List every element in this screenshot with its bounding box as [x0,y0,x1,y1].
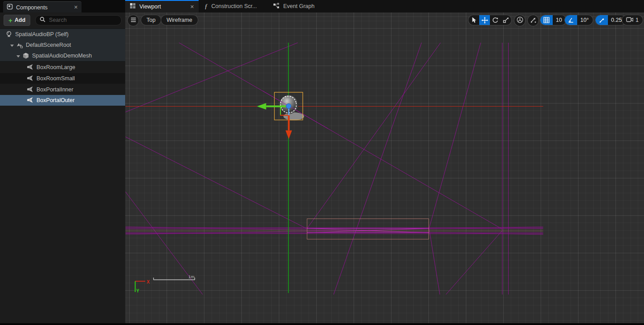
viewport-options-menu-button[interactable] [127,15,139,26]
hamburger-icon [130,17,136,24]
viewport-icon [130,3,136,11]
tab-event-graph[interactable]: Event Graph [270,0,317,12]
tree-row-defaultsceneroot[interactable]: DefaultSceneRoot [0,40,125,50]
components-panel: Components ✕ + Add SpatialAudioBP (Self) [0,0,126,325]
axis-indicator: X Y [135,280,150,293]
tab-components[interactable]: Components ✕ [3,1,82,13]
tree-row-label: BoxPortalInner [37,86,73,93]
camera-icon [626,17,633,24]
tree-row-label: BoxRoomLarge [37,64,75,70]
event-graph-icon [273,3,280,10]
scale-snap-icon[interactable] [595,15,608,25]
axis-x-label: X [147,280,150,284]
tree-row-label: BoxPortalOuter [37,97,74,103]
tab-viewport[interactable]: Viewport ✕ [125,0,199,12]
tree-row-boxroomsmall[interactable]: BoxRoomSmall [0,73,125,84]
tree-row-boxroomlarge[interactable]: BoxRoomLarge [0,62,125,73]
rotation-snap-value[interactable]: 10° [577,17,593,23]
scale-tool-button[interactable] [501,15,511,25]
tree-row-boxportalouter[interactable]: BoxPortalOuter [0,95,125,106]
gizmo-center-handle[interactable] [286,103,291,108]
grid-snap-icon[interactable] [540,15,553,25]
chevron-down-icon[interactable] [10,43,14,47]
add-button-label: Add [15,17,25,23]
tree-row-spatialaudiobp[interactable]: SpatialAudioBP (Self) [0,29,125,40]
camera-speed-control[interactable]: 1 [622,15,643,25]
world-gizmo-icon [517,16,523,25]
components-panel-icon [7,4,13,12]
viewport-scene: 1m X Y [125,12,644,324]
chevron-down-icon[interactable] [16,53,20,58]
tree-row-boxportalinner[interactable]: BoxPortalInner [0,84,125,95]
audio-box-icon [27,75,34,82]
tree-row-label: SpatialAudioDemoMesh [32,53,92,59]
root-component-block: SpatialAudioBP (Self) DefaultSceneRoot S [0,29,125,62]
view-mode-button[interactable]: Top [141,15,161,25]
view-mode-label: Top [147,17,155,23]
tab-construction-script[interactable]: ƒ Construction Scr... [202,0,260,12]
plus-icon: + [8,17,12,24]
transform-tool-group [468,15,512,25]
close-icon[interactable]: ✕ [74,5,78,10]
search-icon [40,16,45,24]
render-mode-button[interactable]: Wireframe [161,15,198,25]
components-toolbar: + Add [0,12,125,28]
audio-box-icon [27,86,34,93]
tree-row-label: BoxRoomSmall [37,75,75,82]
select-tool-button[interactable] [469,15,479,25]
component-search[interactable] [35,15,122,25]
scale-bar-label: 1m [188,274,194,279]
tree-row-label: SpatialAudioBP (Self) [15,31,69,37]
tab-viewport-label: Viewport [139,4,187,10]
wireframe-lines [126,43,543,295]
main-tab-strip: Viewport ✕ ƒ Construction Scr... Event G… [125,0,644,12]
component-tree: SpatialAudioBP (Self) DefaultSceneRoot S [0,29,125,106]
scene-root-icon [16,41,23,49]
tab-construction-label: Construction Scr... [212,3,257,9]
world-coordinate-toggle-button[interactable] [514,15,526,26]
tree-row-spatialaudiodemomesh[interactable]: SpatialAudioDemoMesh [0,50,125,61]
portal-salmon-outline [126,219,543,239]
search-input[interactable] [48,16,117,24]
audio-box-icon [27,97,34,104]
tab-components-label: Components [16,4,71,11]
function-icon: ƒ [204,3,208,10]
render-mode-label: Wireframe [167,17,192,23]
blueprint-self-icon [5,31,12,38]
close-icon[interactable]: ✕ [190,4,194,9]
static-mesh-icon [22,52,29,59]
surface-snapping-button[interactable] [527,15,539,26]
audio-box-icon [27,64,34,71]
rotation-snap-icon[interactable] [565,15,577,25]
rotate-tool-button[interactable] [490,15,501,25]
rotation-snap-control[interactable]: 10° [564,15,593,25]
tab-event-graph-label: Event Graph [283,3,314,9]
left-tab-strip: Components ✕ [0,0,125,12]
axis-y-label: Y [136,288,139,293]
grid-snap-control[interactable]: 10 [540,15,567,25]
wireframe-line-over-sphere [263,91,328,129]
tree-row-label: DefaultSceneRoot [26,42,71,48]
surface-snap-icon [530,16,537,25]
camera-speed-value[interactable]: 1 [636,17,639,23]
add-component-button[interactable]: + Add [4,15,30,26]
move-tool-button[interactable] [479,15,490,25]
window-bottom-edge [0,323,644,325]
